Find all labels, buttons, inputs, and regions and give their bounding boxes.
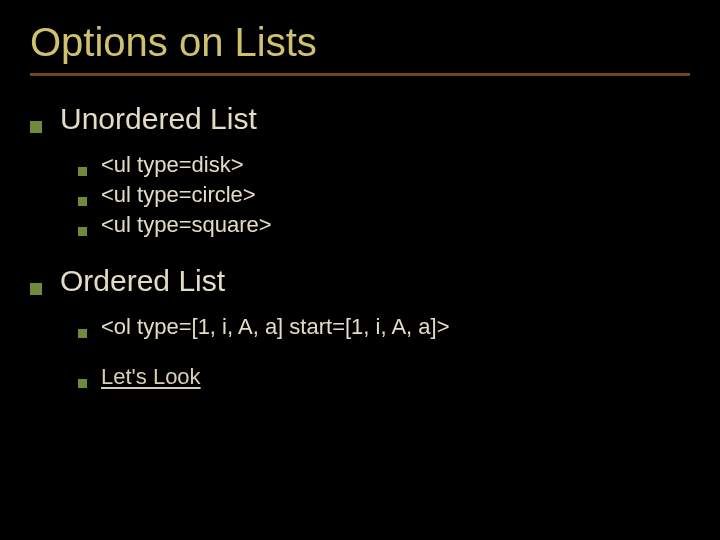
square-bullet-icon <box>78 197 87 206</box>
list-item-label: <ul type=circle> <box>101 182 256 208</box>
square-bullet-icon <box>78 227 87 236</box>
square-bullet-icon <box>78 167 87 176</box>
list-heading: Unordered List <box>60 102 257 136</box>
lets-look-link[interactable]: Let's Look <box>101 364 201 390</box>
slide-title: Options on Lists <box>30 20 690 65</box>
sublist: <ul type=disk> <ul type=circle> <ul type… <box>78 152 690 238</box>
list-heading-row: Unordered List <box>30 102 690 136</box>
square-bullet-icon <box>78 379 87 388</box>
square-bullet-icon <box>30 283 42 295</box>
spacer <box>78 344 690 364</box>
sublist: <ol type=[1, i, A, a] start=[1, i, A, a]… <box>78 314 690 390</box>
list-item: <ul type=disk> <box>78 152 690 178</box>
list-heading: Ordered List <box>60 264 225 298</box>
list-item: <ol type=[1, i, A, a] start=[1, i, A, a]… <box>78 314 690 340</box>
list-item: <ul type=circle> <box>78 182 690 208</box>
slide: Options on Lists Unordered List <ul type… <box>0 0 720 540</box>
square-bullet-icon <box>78 329 87 338</box>
list-item-label: <ul type=square> <box>101 212 272 238</box>
title-divider <box>30 73 690 76</box>
list-item: Let's Look <box>78 364 690 390</box>
list-item-label: <ol type=[1, i, A, a] start=[1, i, A, a]… <box>101 314 450 340</box>
square-bullet-icon <box>30 121 42 133</box>
list-heading-row: Ordered List <box>30 264 690 298</box>
list-item-label: <ul type=disk> <box>101 152 243 178</box>
list-item: <ul type=square> <box>78 212 690 238</box>
